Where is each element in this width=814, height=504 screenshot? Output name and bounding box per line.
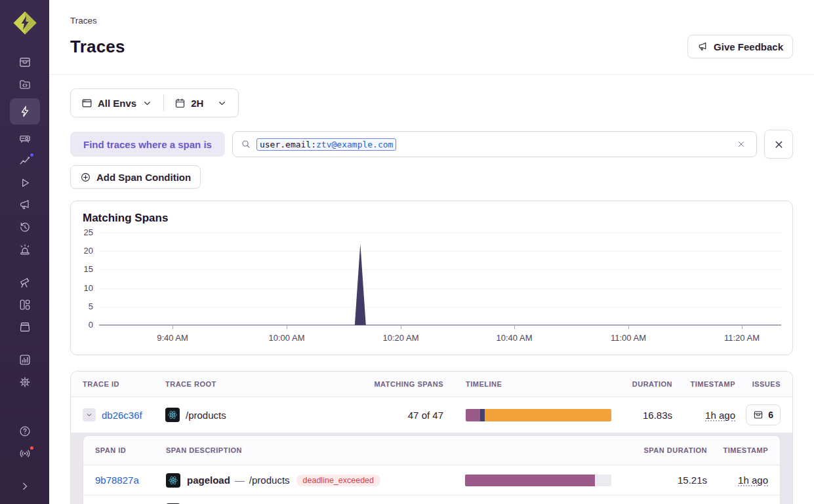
y-tick-label: 20 [84, 246, 93, 256]
search-token-key: user.email: [260, 140, 316, 149]
trace-id-link[interactable]: db26c36f [102, 410, 142, 421]
megaphone-icon [697, 41, 708, 52]
environment-filter[interactable]: All Envs [71, 89, 163, 117]
sidebar-item-traces[interactable] [10, 98, 40, 125]
main-area: Traces Traces Give Feedback All Envs [49, 0, 814, 504]
col-timeline: TIMELINE [443, 380, 611, 388]
siren-icon [18, 243, 31, 256]
close-icon [773, 139, 784, 150]
date-range-filter[interactable]: 2H [164, 89, 238, 117]
sentry-logo[interactable] [10, 8, 40, 38]
timeline-segment [466, 409, 480, 421]
timeline-segment [480, 409, 485, 421]
span-table-strip: SPAN ID SPAN DESCRIPTION SPAN DURATION T… [71, 433, 792, 504]
remove-condition-button[interactable] [764, 130, 793, 159]
y-tick-label: 0 [89, 320, 93, 330]
telescope-icon [18, 276, 31, 289]
sidebar-item-stats[interactable] [10, 349, 40, 370]
trace-row: db26c36f /products 47 of 47 [71, 397, 792, 433]
notification-dot-red [29, 445, 35, 451]
sidebar-item-replays[interactable] [10, 172, 40, 193]
calendar-icon [174, 98, 186, 109]
issues-icon [753, 410, 763, 420]
trace-timestamp[interactable]: 1h ago [705, 410, 735, 421]
sidebar-item-issues[interactable] [10, 52, 40, 73]
x-tick-label: 10:00 AM [269, 333, 305, 343]
give-feedback-label: Give Feedback [714, 41, 783, 52]
x-tick-label: 11:00 AM [611, 333, 646, 343]
search-icon [241, 139, 251, 149]
sidebar-item-discover[interactable] [10, 272, 40, 293]
megaphone-icon [18, 199, 31, 212]
help-icon [18, 425, 31, 438]
span-duration: 15.21s [678, 475, 707, 486]
sidebar-item-dashboards[interactable] [10, 294, 40, 315]
span-condition-row: Find traces where a span is user.email: … [70, 130, 793, 159]
sidebar-item-help[interactable] [10, 421, 40, 442]
timeline-segment [485, 409, 611, 421]
trace-issues-button[interactable]: 6 [746, 404, 781, 425]
clear-search-button[interactable] [734, 137, 748, 151]
trace-duration: 16.83s [643, 410, 672, 421]
sidebar-item-profiling[interactable] [10, 128, 40, 149]
sidebar-item-releases[interactable] [10, 217, 40, 238]
date-range-filter-label: 2H [191, 98, 203, 109]
spike-area [99, 233, 781, 325]
give-feedback-button[interactable]: Give Feedback [687, 35, 793, 58]
chevron-down-icon [142, 98, 153, 109]
history-clock-icon [18, 221, 31, 234]
window-icon [81, 98, 92, 109]
environment-filter-label: All Envs [98, 98, 136, 109]
sidebar-item-projects[interactable] [10, 317, 40, 338]
sidebar-item-insights[interactable] [10, 150, 40, 171]
span-timeline-bar [465, 475, 611, 486]
y-tick-label: 25 [84, 227, 93, 237]
span-id-link[interactable]: 9b78827a [95, 475, 166, 486]
chevron-right-icon [18, 480, 31, 493]
lightning-icon [18, 105, 31, 118]
add-span-condition-button[interactable]: Add Span Condition [70, 165, 201, 189]
trace-table: TRACE ID TRACE ROOT MATCHING SPANS TIMEL… [70, 371, 793, 504]
col-span-timestamp: TIMESTAMP [723, 446, 768, 454]
app-root: Traces Traces Give Feedback All Envs [0, 0, 814, 504]
page-filter-bar: All Envs 2H [70, 88, 239, 117]
span-timeline-fill [465, 475, 595, 486]
sidebar-collapse-button[interactable] [10, 476, 40, 497]
search-token[interactable]: user.email: ztv@example.com [256, 138, 397, 151]
issues-icon [18, 56, 31, 69]
span-row: 9b78827a pageload — /products deadline_e… [83, 465, 780, 495]
col-duration: DURATION [632, 380, 672, 388]
breadcrumb[interactable]: Traces [70, 16, 793, 26]
projects-box-icon [18, 320, 31, 334]
span-table-header: SPAN ID SPAN DESCRIPTION SPAN DURATION T… [83, 436, 780, 465]
react-platform-icon [166, 473, 180, 488]
x-tick-label: 10:20 AM [383, 333, 419, 343]
col-span-duration: SPAN DURATION [643, 446, 707, 454]
sidebar-item-alerts[interactable] [10, 239, 40, 260]
y-tick-label: 5 [89, 301, 93, 311]
sidebar-item-whats-new[interactable] [10, 443, 40, 464]
matching-spans-chart-panel: Matching Spans 25 20 15 10 5 [70, 201, 793, 355]
col-timestamp: TIMESTAMP [691, 380, 735, 388]
col-span-id: SPAN ID [95, 446, 166, 454]
expand-trace-button[interactable] [83, 408, 96, 421]
trace-issues-count: 6 [768, 410, 773, 420]
sidebar [0, 0, 49, 504]
chart-title: Matching Spans [83, 212, 781, 225]
span-search-input[interactable]: user.email: ztv@example.com [232, 131, 757, 157]
code-folder-icon [18, 78, 31, 91]
add-span-condition-label: Add Span Condition [96, 172, 191, 183]
sidebar-item-explore[interactable] [10, 74, 40, 95]
sidebar-item-settings[interactable] [10, 372, 40, 393]
span-separator: — [235, 475, 245, 486]
chart-plot-area: 25 20 15 10 5 0 9:40 AM 10:00 AM 10:20 A… [99, 233, 781, 325]
projector-icon [18, 132, 31, 145]
search-token-value: ztv@example.com [316, 140, 393, 149]
sidebar-item-feedback[interactable] [10, 195, 40, 216]
close-icon [737, 140, 746, 149]
span-timestamp[interactable]: 1h ago [738, 475, 768, 486]
span-status-badge: deadline_exceeded [296, 475, 380, 486]
page-header: Traces Traces Give Feedback [49, 0, 814, 75]
notification-dot-blue [29, 152, 35, 158]
logo-diamond-icon [12, 10, 38, 36]
